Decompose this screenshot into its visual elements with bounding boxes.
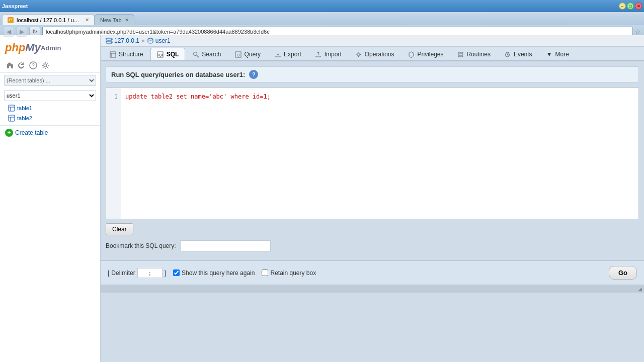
delimiter-input[interactable] xyxy=(137,268,163,278)
svg-point-19 xyxy=(193,52,197,55)
structure-icon xyxy=(109,51,116,58)
delimiter-label: Delimiter xyxy=(111,269,135,277)
server-icon xyxy=(106,37,113,44)
database-select[interactable]: user1 xyxy=(4,90,96,101)
tab-search-label: Search xyxy=(202,51,221,58)
forward-button[interactable]: ▶ xyxy=(16,27,27,37)
svg-point-2 xyxy=(44,64,47,67)
svg-rect-3 xyxy=(9,105,15,111)
svg-point-23 xyxy=(357,53,360,56)
create-table-icon: + xyxy=(5,129,13,137)
sql-help-button[interactable]: ? xyxy=(249,70,258,79)
tab-routines-label: Routines xyxy=(467,51,491,58)
resize-icon: ◢ xyxy=(638,286,642,292)
main-content: 127.0.0.1 » user1 Structure SQL SQL xyxy=(101,35,644,362)
query-icon: Q xyxy=(234,51,242,58)
tab-routines[interactable]: Routines xyxy=(451,48,497,60)
svg-point-12 xyxy=(111,42,112,43)
delimiter-bracket-close: ] xyxy=(165,269,166,277)
table1-icon xyxy=(8,105,15,112)
sql-editor: 1 update table2 set name='abc' where id=… xyxy=(106,88,638,219)
bookmark-input[interactable] xyxy=(180,240,271,251)
breadcrumb-db-text: user1 xyxy=(155,37,171,44)
tab-events-label: Events xyxy=(514,51,532,58)
tab-query[interactable]: Q Query xyxy=(228,48,267,60)
tab-operations-label: Operations xyxy=(365,51,394,58)
go-button[interactable]: Go xyxy=(609,266,637,280)
sql-textarea[interactable]: update table2 set name='abc' where id=1; xyxy=(121,88,638,219)
database-icon xyxy=(147,37,154,44)
tab1-favicon: P xyxy=(8,17,14,23)
tab-export[interactable]: Export xyxy=(268,48,308,60)
browser-tab-1[interactable]: P localhost / 127.0.0.1 / use... ✕ xyxy=(2,14,95,25)
sql-content-area: Run SQL query/queries on database user1:… xyxy=(101,61,644,256)
tab-privileges[interactable]: Privileges xyxy=(401,48,450,60)
tab1-close[interactable]: ✕ xyxy=(85,17,89,23)
show-query-checkbox[interactable] xyxy=(173,269,180,276)
tab-more[interactable]: ▼ More xyxy=(539,48,576,60)
address-input[interactable] xyxy=(46,29,629,35)
tab2-title: New Tab xyxy=(100,17,122,23)
table2-icon xyxy=(8,115,15,122)
more-chevron-icon: ▼ xyxy=(546,51,553,58)
settings-icon[interactable] xyxy=(40,60,50,70)
recent-tables-select[interactable]: (Recent tables) ... xyxy=(4,75,96,86)
breadcrumb-database[interactable]: user1 xyxy=(147,37,171,44)
logo-mya: My xyxy=(25,41,41,54)
help-icon[interactable]: ? xyxy=(28,60,38,70)
minimize-button[interactable]: − xyxy=(619,3,626,10)
browser-tab-2[interactable]: New Tab ✕ xyxy=(95,14,134,25)
tab-structure[interactable]: Structure xyxy=(103,48,150,60)
resize-handle[interactable]: ◢ xyxy=(101,285,644,293)
sql-panel-title: Run SQL query/queries on database user1: xyxy=(111,71,245,78)
tab-sql-label: SQL xyxy=(167,51,179,58)
nav-tabs: Structure SQL SQL Search Q Query xyxy=(101,47,644,61)
clear-button[interactable]: Clear xyxy=(106,223,133,235)
sql-icon: SQL xyxy=(157,51,164,58)
show-query-text: Show this query here again xyxy=(182,269,255,277)
refresh-icon[interactable] xyxy=(16,60,26,70)
retain-query-checkbox[interactable] xyxy=(262,269,268,276)
svg-text:Q: Q xyxy=(237,53,240,57)
bookmark-label: Bookmark this SQL query: xyxy=(106,242,176,249)
close-button[interactable]: ✕ xyxy=(635,3,642,10)
tab2-close[interactable]: ✕ xyxy=(125,17,129,23)
tab-export-label: Export xyxy=(284,51,301,58)
tab-sql[interactable]: SQL SQL xyxy=(150,48,186,60)
home-icon[interactable] xyxy=(4,60,14,70)
back-button[interactable]: ◀ xyxy=(3,27,14,37)
line-numbers: 1 xyxy=(106,88,121,219)
logo-admin: Admin xyxy=(41,44,61,52)
options-left: [ Delimiter ] Show this query here again… xyxy=(108,268,316,278)
table2-label: table2 xyxy=(17,115,32,121)
tab-operations[interactable]: Operations xyxy=(349,48,401,60)
tab-events[interactable]: Events xyxy=(498,48,539,60)
svg-line-20 xyxy=(197,55,199,57)
tab-import-label: Import xyxy=(325,51,342,58)
breadcrumb-sep: » xyxy=(141,37,145,44)
sql-editor-container: 1 update table2 set name='abc' where id=… xyxy=(106,87,639,219)
import-icon xyxy=(315,51,322,58)
tab-import[interactable]: Import xyxy=(308,48,348,60)
retain-query-label[interactable]: Retain query box xyxy=(262,269,316,277)
logo-php: php xyxy=(5,41,25,54)
options-bar: [ Delimiter ] Show this query here again… xyxy=(101,260,644,285)
sidebar-item-table1[interactable]: table1 xyxy=(0,103,100,113)
sidebar-item-table2[interactable]: table2 xyxy=(0,113,100,123)
phpmyadmin-logo: phpMyAdmin xyxy=(0,37,100,58)
breadcrumb-server-text: 127.0.0.1 xyxy=(114,37,139,44)
svg-point-11 xyxy=(111,39,112,40)
maximize-button[interactable]: □ xyxy=(627,3,634,10)
breadcrumb-server[interactable]: 127.0.0.1 xyxy=(106,37,139,44)
show-query-label[interactable]: Show this query here again xyxy=(173,269,255,277)
privileges-icon xyxy=(408,51,415,58)
breadcrumb: 127.0.0.1 » user1 xyxy=(101,35,644,47)
tab-search[interactable]: Search xyxy=(186,48,227,60)
operations-icon xyxy=(355,51,362,58)
svg-point-13 xyxy=(148,38,153,40)
bookmark-star[interactable]: ☆ xyxy=(634,28,641,36)
create-table-label: Create table xyxy=(15,129,48,136)
tab-privileges-label: Privileges xyxy=(417,51,443,58)
sidebar: phpMyAdmin ? (Recent tables) ... user1 xyxy=(0,35,101,362)
create-table-button[interactable]: + Create table xyxy=(0,125,100,140)
